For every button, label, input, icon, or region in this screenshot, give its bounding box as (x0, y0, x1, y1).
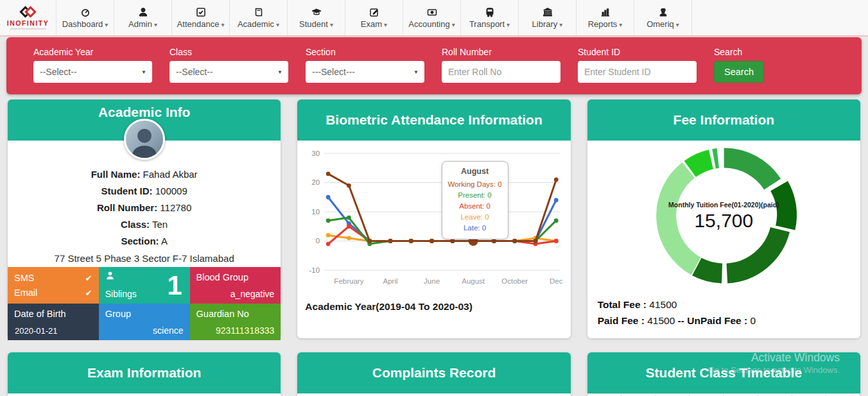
fee-slice-label: Monthly Tuition Fee(01-2020)(paid) (666, 201, 781, 209)
guardian-no-tile: Guardian No 923111318333 (190, 304, 281, 340)
roll-number-label: Roll Number (442, 47, 560, 57)
info-full-name: Full Name: Fahad Akbar (8, 166, 281, 183)
roll-number-input[interactable] (448, 67, 554, 77)
user-icon (138, 7, 148, 17)
nav-item-accounting[interactable]: Accounting (403, 0, 461, 35)
svg-text:Dec: Dec (550, 277, 562, 285)
biometric-attendance-card: Biometric Attendance Information 3020100… (297, 99, 570, 338)
svg-text:April: April (383, 277, 398, 285)
bank-icon (542, 7, 553, 17)
person-icon (105, 272, 115, 282)
select-caret-icon: ▼ (277, 69, 282, 75)
svg-text:20: 20 (312, 179, 320, 187)
student-photo (124, 119, 165, 160)
total-fee-line: Total Fee : 41500 (598, 299, 850, 311)
class-select[interactable]: --Select-- ▼ (169, 61, 288, 83)
student-class-timetable-card: Student Class Timetable (587, 352, 860, 396)
brand-logo[interactable]: INOFINITY (0, 0, 56, 35)
academic-year-select[interactable]: --Select-- ▼ (33, 61, 152, 83)
brand-name: INOFINITY (7, 19, 49, 27)
select-caret-icon: ▼ (413, 69, 419, 75)
infinity-logo-icon (21, 6, 35, 17)
nav-item-exam[interactable]: Exam (345, 0, 403, 35)
nav-label: Attendance (177, 19, 225, 29)
exam-information-header: Exam Information (8, 352, 281, 393)
svg-text:October: October (502, 277, 528, 285)
tooltip-leave: Leave: 0 (445, 212, 505, 223)
section-label: Section (306, 47, 424, 57)
nav-label: Exam (361, 19, 387, 29)
user-secret-icon (658, 7, 668, 17)
dashboard-icon (80, 7, 91, 17)
search-button[interactable]: Search (714, 61, 764, 83)
info-class: Class: Ten (8, 216, 281, 233)
student-id-label: Student ID (578, 47, 697, 57)
section-selected-value: ---Select--- (312, 67, 355, 77)
nav-item-admin[interactable]: Admin (114, 0, 172, 35)
student-class-timetable-header: Student Class Timetable (587, 352, 860, 393)
group-tile: Group science (99, 304, 190, 340)
nav-item-user-omeriq[interactable]: Omeriq (634, 0, 692, 35)
nav-item-library[interactable]: Library (519, 0, 577, 35)
section-select[interactable]: ---Select--- ▼ (306, 61, 424, 83)
nav-label: Library (532, 19, 563, 29)
class-selected-value: --Select-- (176, 67, 213, 77)
tooltip-present: Present: 0 (445, 190, 505, 201)
nav-label: Student (299, 19, 333, 29)
total-complaints-label: Total Complaints (0) (297, 393, 570, 396)
fee-donut-chart[interactable]: Monthly Tuition Fee(01-2020)(paid) 15,70… (587, 143, 860, 289)
svg-text:0: 0 (316, 237, 320, 245)
bus-icon (485, 7, 495, 17)
svg-text:June: June (424, 277, 440, 285)
chart-tooltip: August Working Days: 0 Present: 0 Absent… (442, 161, 508, 239)
nav-item-dashboard[interactable]: Dashboard (56, 0, 114, 35)
nav-label: Transport (469, 19, 510, 29)
academic-year-label: Academic Year (33, 47, 152, 57)
check-square-icon (196, 7, 206, 17)
svg-text:August: August (462, 277, 486, 285)
nav-item-transport[interactable]: Transport (461, 0, 519, 35)
blood-group-value: a_negative (230, 289, 275, 299)
info-tiles: SMS✔ Email✔ Siblings 1 Blood Group a_neg… (8, 267, 281, 340)
student-id-input[interactable] (584, 67, 690, 77)
sms-email-tile: SMS✔ Email✔ (8, 267, 99, 304)
academic-year-range: Academic Year(2019-04 To 2020-03) (297, 293, 570, 313)
money-icon (427, 7, 437, 17)
donut-center-label: Monthly Tuition Fee(01-2020)(paid) 15,70… (666, 201, 781, 232)
info-section: Section: A (8, 233, 281, 250)
nav-item-student[interactable]: Student (288, 0, 345, 35)
info-roll-number: Roll Number: 112780 (8, 200, 281, 216)
fee-information-card: Fee Information Monthly Tuition Fee(01-2… (587, 99, 860, 338)
svg-text:-10: -10 (309, 266, 320, 274)
siblings-tile: Siblings 1 (99, 267, 190, 304)
nav-label: Omeriq (647, 19, 679, 29)
nav-item-attendance[interactable]: Attendance (172, 0, 230, 35)
edit-icon (369, 7, 379, 17)
student-address: 77 Street 5 Phase 3 Sector F-7 Islamabad (8, 250, 281, 267)
tooltip-late: Late: 0 (445, 223, 505, 234)
biometric-attendance-header: Biometric Attendance Information (297, 99, 570, 141)
svg-text:10: 10 (312, 208, 320, 216)
date-of-birth-value: 2020-01-21 (15, 326, 58, 336)
select-caret-icon: ▼ (141, 69, 146, 75)
tooltip-absent: Absent: 0 (445, 201, 505, 212)
class-label: Class (169, 47, 288, 57)
check-icon: ✔ (85, 271, 92, 286)
nav-label: Reports (588, 19, 623, 29)
nav-label: Dashboard (62, 19, 108, 29)
nav-item-academic[interactable]: Academic (230, 0, 288, 35)
student-info-list: Full Name: Fahad Akbar Student ID: 10000… (8, 166, 281, 267)
top-navbar: INOFINITY Dashboard Admin Attendance Aca… (0, 0, 868, 37)
fee-slice-value: 15,700 (666, 210, 781, 232)
academic-info-card: Academic Info Full Name: Fahad Akbar Stu… (8, 99, 281, 338)
tooltip-working-days: Working Days: 0 (445, 179, 505, 190)
info-student-id: Student ID: 100009 (8, 183, 281, 200)
nav-label: Accounting (408, 19, 455, 29)
tooltip-month: August (445, 167, 505, 176)
group-value: science (153, 325, 183, 336)
nav-label: Academic (238, 19, 279, 29)
nav-item-reports[interactable]: Reports (577, 0, 634, 35)
brand-tagline (10, 28, 46, 30)
complaints-record-header: Complaints Record (297, 352, 570, 393)
attendance-line-chart[interactable]: 3020100-10FebruaryAprilJuneAugustOctober… (297, 141, 570, 293)
